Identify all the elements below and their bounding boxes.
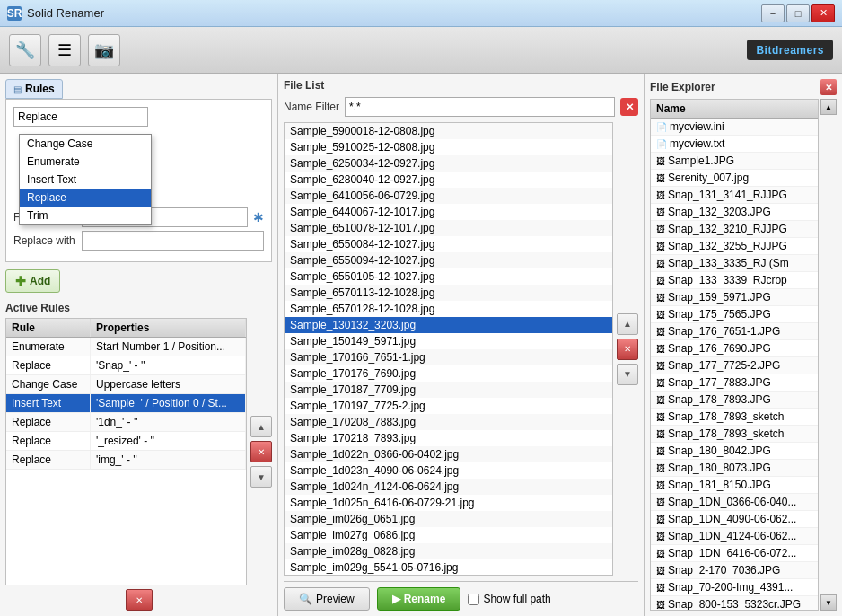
preview-button[interactable]: 🔍 Preview	[284, 587, 370, 611]
rule-table-row[interactable]: EnumerateStart Number 1 / Position...	[6, 338, 246, 356]
file-list-item[interactable]: Sample_130132_3203.jpg	[285, 317, 612, 333]
file-list-item[interactable]: Sample_170197_7725-2.jpg	[285, 398, 612, 414]
explorer-file-cell: 🖼Sample1.JPG	[651, 153, 818, 170]
file-list-item[interactable]: Sample_1d023n_4090-06-0624.jpg	[285, 462, 612, 479]
file-up-button[interactable]: ▲	[617, 313, 638, 335]
file-list-item[interactable]: Sample_6550084-12-1027.jpg	[285, 236, 612, 252]
file-list-item[interactable]: Sample_170166_7651-1.jpg	[285, 349, 612, 365]
file-list-item[interactable]: Sample_6550105-12-1027.jpg	[285, 268, 612, 285]
explorer-scroll-up-button[interactable]: ▲	[820, 99, 837, 115]
file-list-item[interactable]: Sample_6570113-12-1028.jpg	[285, 285, 612, 301]
close-button[interactable]: ✕	[811, 4, 835, 22]
file-list-item[interactable]: Sample_im027g_0686.jpg	[285, 527, 612, 543]
rule-table-row[interactable]: Replace'1dn_' - ''	[6, 413, 246, 432]
explorer-row[interactable]: 🖼Snap_180_8042.JPG	[651, 443, 818, 460]
rule-down-button[interactable]: ▼	[250, 466, 272, 488]
explorer-row[interactable]: 🖼Snap_1DN_0366-06-040...	[651, 494, 818, 511]
file-list-item[interactable]: Sample_6510078-12-1017.jpg	[285, 220, 612, 236]
explorer-row[interactable]: 🖼Snap_131_3141_RJJPG	[651, 187, 818, 204]
file-delete-button[interactable]: ✕	[617, 339, 638, 360]
explorer-row[interactable]: 🖼Snap_132_3210_RJJPG	[651, 221, 818, 238]
rules-tab[interactable]: ▤ Rules	[5, 79, 63, 99]
explorer-row[interactable]: 🖼Snap_132_3255_RJJPG	[651, 238, 818, 255]
explorer-file-cell: 🖼Snap_132_3210_RJJPG	[651, 221, 818, 238]
explorer-row[interactable]: 🖼Snap_178_7893.JPG	[651, 392, 818, 409]
file-list-item[interactable]: Sample_6440067-12-1017.jpg	[285, 204, 612, 220]
explorer-row[interactable]: 🖼Snap_133_3335_RJ (Sm	[651, 255, 818, 272]
maximize-button[interactable]: □	[786, 4, 810, 22]
dropdown-option-change-case[interactable]: Change Case	[20, 135, 151, 153]
rename-button[interactable]: ▶ Rename	[377, 587, 461, 611]
file-list-item[interactable]: Sample_im029g_5541-05-0716.jpg	[285, 559, 612, 576]
file-list-item[interactable]: Sample_6250034-12-0927.jpg	[285, 155, 612, 172]
rule-table-row[interactable]: Replace'Snap_' - ''	[6, 356, 246, 375]
explorer-row[interactable]: 📄mycview.ini	[651, 119, 818, 136]
explorer-row[interactable]: 🖼Snap_177_7883.JPG	[651, 374, 818, 392]
explorer-container[interactable]: Name 📄mycview.ini📄mycview.txt🖼Sample1.JP…	[650, 99, 819, 611]
file-list-item[interactable]: Sample_im028g_0828.jpg	[285, 543, 612, 559]
rule-table-row[interactable]: Insert Text'Sample_' / Position 0 / St..…	[6, 394, 246, 413]
explorer-row[interactable]: 🖼Snap_159_5971.JPG	[651, 289, 818, 306]
rule-table-row[interactable]: Replace'img_' - ''	[6, 451, 246, 470]
explorer-close-button[interactable]: ✕	[820, 79, 837, 95]
explorer-scroll-down-button[interactable]: ▼	[820, 594, 837, 611]
wrench-button[interactable]: 🔧	[9, 34, 41, 66]
dropdown-option-trim[interactable]: Trim	[20, 207, 151, 224]
rule-up-button[interactable]: ▲	[250, 416, 272, 437]
file-list-item[interactable]: Sample_170176_7690.jpg	[285, 365, 612, 382]
file-list-item[interactable]: Sample_5910025-12-0808.jpg	[285, 139, 612, 155]
explorer-row[interactable]: 🖼Snap_181_8150.JPG	[651, 477, 818, 494]
explorer-row[interactable]: 📄mycview.txt	[651, 136, 818, 153]
explorer-row[interactable]: 🖼Snap_175_7565.JPG	[651, 306, 818, 323]
explorer-row[interactable]: 🖼Snap_70-200-Img_4391...	[651, 579, 818, 596]
file-list-item[interactable]: Sample_6410056-06-0729.jpg	[285, 188, 612, 204]
explorer-row[interactable]: 🖼Snap_178_7893_sketch	[651, 409, 818, 426]
explorer-row[interactable]: 🖼Snap_176_7651-1.JPG	[651, 323, 818, 340]
dropdown-option-replace[interactable]: Replace	[20, 189, 151, 207]
rule-type-dropdown[interactable]: Change Case Enumerate Insert Text Replac…	[13, 107, 148, 127]
rule-table-row[interactable]: Change CaseUppercase letters	[6, 375, 246, 394]
rule-delete-button[interactable]: ✕	[250, 441, 272, 462]
rule-table-row[interactable]: Replace'_resized' - ''	[6, 432, 246, 451]
file-list-item[interactable]: Sample_170187_7709.jpg	[285, 382, 612, 398]
explorer-row[interactable]: 🖼Snap_2-170_7036.JPG	[651, 562, 818, 579]
add-button[interactable]: ✚ Add	[5, 269, 60, 293]
file-list-item[interactable]: Sample_1d025n_6416-06-0729-21.jpg	[285, 495, 612, 511]
file-list-item[interactable]: Sample_170208_7883.jpg	[285, 414, 612, 430]
explorer-row[interactable]: 🖼Snap_133_3339_RJcrop	[651, 272, 818, 289]
file-list-container[interactable]: Sample_5900018-12-0808.jpgSample_5910025…	[284, 122, 613, 576]
minimize-button[interactable]: −	[761, 4, 785, 22]
file-list-item[interactable]: Sample_6550094-12-1027.jpg	[285, 252, 612, 268]
file-down-button[interactable]: ▼	[617, 364, 638, 385]
explorer-row[interactable]: 🖼Sample1.JPG	[651, 153, 818, 170]
camera-button[interactable]: 📷	[88, 34, 120, 66]
file-list-item[interactable]: Sample_6570128-12-1028.jpg	[285, 301, 612, 317]
filter-clear-button[interactable]: ✕	[620, 98, 638, 116]
file-list-item[interactable]: Sample_im026g_0651.jpg	[285, 511, 612, 527]
dropdown-option-insert-text[interactable]: Insert Text	[20, 171, 151, 189]
file-list-item[interactable]: Sample_1d024n_4124-06-0624.jpg	[285, 479, 612, 495]
explorer-row[interactable]: 🖼Snap_178_7893_sketch	[651, 426, 818, 443]
file-list-item[interactable]: Sample_6280040-12-0927.jpg	[285, 172, 612, 188]
explorer-row[interactable]: 🖼Snap_1DN_4124-06-062...	[651, 528, 818, 545]
explorer-row[interactable]: 🖼Snap_800-153_5323cr.JPG	[651, 596, 818, 612]
rename-label: Rename	[404, 593, 446, 605]
replace-input[interactable]	[82, 231, 264, 251]
show-full-path-checkbox[interactable]	[468, 594, 479, 605]
explorer-row[interactable]: 🖼Snap_177_7725-2.JPG	[651, 357, 818, 374]
list-button[interactable]: ☰	[48, 34, 81, 66]
explorer-row[interactable]: 🖼Snap_176_7690.JPG	[651, 340, 818, 357]
file-list-item[interactable]: Sample_170218_7893.jpg	[285, 430, 612, 446]
explorer-row[interactable]: 🖼Snap_1DN_4090-06-062...	[651, 511, 818, 528]
clear-all-button[interactable]: ✕	[126, 589, 153, 611]
file-list-item[interactable]: Sample_1d022n_0366-06-0402.jpg	[285, 446, 612, 462]
dropdown-option-enumerate[interactable]: Enumerate	[20, 153, 151, 171]
file-list-item[interactable]: Sample_150149_5971.jpg	[285, 333, 612, 349]
explorer-row[interactable]: 🖼Snap_180_8073.JPG	[651, 460, 818, 477]
explorer-row[interactable]: 🖼Serenity_007.jpg	[651, 170, 818, 187]
name-filter-input[interactable]	[345, 97, 615, 117]
explorer-row[interactable]: 🖼Snap_132_3203.JPG	[651, 204, 818, 221]
brand-badge: Bitdreamers	[747, 40, 833, 60]
file-list-item[interactable]: Sample_5900018-12-0808.jpg	[285, 123, 612, 139]
explorer-row[interactable]: 🖼Snap_1DN_6416-06-072...	[651, 545, 818, 562]
